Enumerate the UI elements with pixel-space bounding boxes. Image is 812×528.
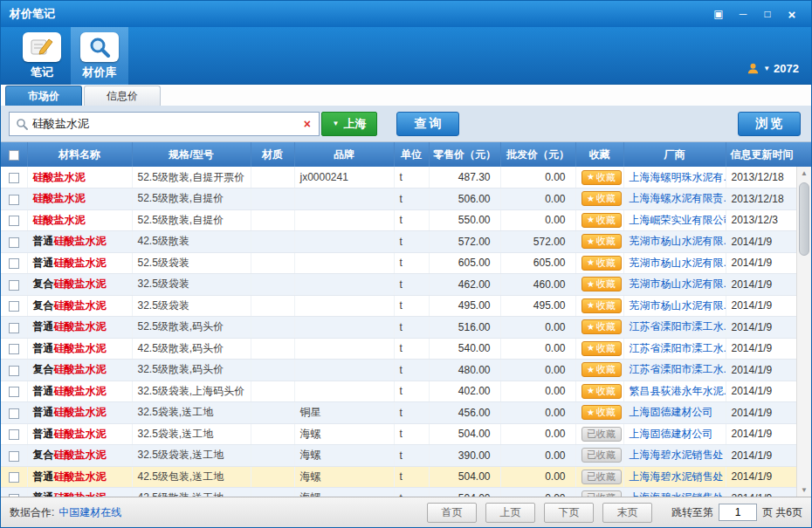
close-icon[interactable]: × xyxy=(781,6,802,22)
notes-nav-button[interactable]: 笔记 xyxy=(13,27,71,85)
city-dropdown[interactable]: ▼ 上海 xyxy=(321,112,377,136)
vendor-link[interactable]: 芜湖市杨山水泥有限... xyxy=(623,295,726,317)
vendor-link[interactable]: 上海固德建材公司 xyxy=(623,423,726,445)
user-id: 2072 xyxy=(774,62,799,75)
favorited-badge[interactable]: 已收藏 xyxy=(581,427,622,442)
row-checkbox[interactable] xyxy=(9,323,19,333)
theme-icon[interactable]: ▣ xyxy=(708,6,729,22)
jump-prefix-label: 跳转至第 xyxy=(671,505,713,520)
favorite-button[interactable]: ★收藏 xyxy=(581,170,622,185)
select-all-checkbox[interactable] xyxy=(9,150,19,161)
vendor-link[interactable]: 上海固德建材公司 xyxy=(623,402,726,424)
vendor-link[interactable]: 芜湖市杨山水泥有限... xyxy=(623,274,726,296)
row-checkbox[interactable] xyxy=(9,366,19,376)
row-checkbox[interactable] xyxy=(9,429,19,440)
column-header[interactable]: 信息更新时间 xyxy=(726,142,798,167)
last-page-button[interactable]: 末页 xyxy=(602,503,652,523)
vendor-link[interactable]: 繁昌县荻港永年水泥... xyxy=(623,381,726,402)
minimize-icon[interactable]: ─ xyxy=(733,6,754,22)
column-header[interactable]: 材料名称 xyxy=(27,142,132,167)
scroll-up-icon[interactable]: ▲ xyxy=(797,167,811,180)
vendor-link[interactable]: 芜湖市杨山水泥有限... xyxy=(623,231,726,253)
vendor-link[interactable]: 上海崛荣实业有限公司 xyxy=(623,209,726,231)
favorite-button[interactable]: ★收藏 xyxy=(581,362,622,377)
unit-cell: t xyxy=(394,338,429,360)
favorite-button[interactable]: ★收藏 xyxy=(581,234,622,249)
column-header[interactable]: 品牌 xyxy=(294,142,394,167)
browse-button[interactable]: 浏览 xyxy=(738,112,801,136)
price-library-nav-button[interactable]: 材价库 xyxy=(71,27,128,85)
favorite-button[interactable]: ★收藏 xyxy=(581,256,622,271)
favorited-badge[interactable]: 已收藏 xyxy=(581,490,622,497)
search-input[interactable] xyxy=(32,117,298,130)
favorite-button[interactable]: ★收藏 xyxy=(581,384,622,399)
vendor-link[interactable]: 上海海螺水泥有限责... xyxy=(623,189,726,210)
maximize-icon[interactable]: □ xyxy=(757,6,778,22)
favorite-cell: ★收藏 xyxy=(575,317,623,339)
clear-search-icon[interactable]: × xyxy=(302,117,313,131)
column-header[interactable]: 零售价（元） xyxy=(429,142,500,167)
row-checkbox[interactable] xyxy=(9,173,19,183)
favorite-button[interactable]: ★收藏 xyxy=(581,298,622,313)
tab-info-price[interactable]: 信息价 xyxy=(84,86,161,106)
favorite-button[interactable]: ★收藏 xyxy=(581,341,622,356)
page-number-input[interactable] xyxy=(719,504,757,521)
row-checkbox[interactable] xyxy=(9,451,19,462)
favorite-button[interactable]: ★收藏 xyxy=(581,405,622,420)
spec-cell: 42.5级散装,送工地 xyxy=(132,488,251,497)
column-header[interactable]: 批发价（元） xyxy=(500,142,575,167)
first-page-button[interactable]: 首页 xyxy=(427,503,477,523)
row-checkbox[interactable] xyxy=(9,237,19,248)
favorite-button[interactable]: ★收藏 xyxy=(581,191,622,206)
table-row: 复合硅酸盐水泥32.5级袋装t462.00460.00★收藏芜湖市杨山水泥有限.… xyxy=(1,274,798,296)
wholesale-price-cell: 0.00 xyxy=(500,338,575,360)
column-header[interactable]: 厂商 xyxy=(623,142,726,167)
favorite-button[interactable]: ★收藏 xyxy=(581,213,622,228)
material-name-cell: 复合硅酸盐水泥 xyxy=(27,445,132,467)
next-page-button[interactable]: 下页 xyxy=(544,503,594,523)
row-checkbox[interactable] xyxy=(9,344,19,354)
scroll-thumb[interactable] xyxy=(799,182,809,256)
tab-market-price[interactable]: 市场价 xyxy=(5,86,82,106)
favorited-badge[interactable]: 已收藏 xyxy=(581,470,622,484)
query-button[interactable]: 查询 xyxy=(396,112,459,136)
retail-price-cell: 487.30 xyxy=(429,167,500,189)
vendor-link[interactable]: 江苏省溧阳市溧工水... xyxy=(623,360,726,381)
wholesale-price-cell: 0.00 xyxy=(500,209,575,231)
row-checkbox[interactable] xyxy=(9,494,19,497)
spec-cell: 32.5级袋装,送工地 xyxy=(132,445,251,467)
material-name-cell: 普通硅酸盐水泥 xyxy=(27,317,132,339)
favorited-badge[interactable]: 已收藏 xyxy=(581,448,622,463)
vendor-link[interactable]: 江苏省溧阳市溧工水... xyxy=(623,317,726,339)
vendor-link[interactable]: 江苏省溧阳市溧工水... xyxy=(623,338,726,360)
user-menu[interactable]: ▼ 2072 xyxy=(747,62,799,75)
coop-link[interactable]: 中国建材在线 xyxy=(58,505,121,520)
favorite-button[interactable]: ★收藏 xyxy=(581,319,622,334)
row-checkbox[interactable] xyxy=(9,216,19,226)
favorite-button[interactable]: ★收藏 xyxy=(581,277,622,291)
vendor-link[interactable]: 上海海碧水泥销售处 xyxy=(623,445,726,467)
column-header[interactable]: 收藏 xyxy=(575,142,623,167)
column-header[interactable]: 材质 xyxy=(251,142,294,167)
row-checkbox[interactable] xyxy=(9,195,19,205)
row-checkbox[interactable] xyxy=(9,280,19,291)
column-header[interactable]: 规格/型号 xyxy=(132,142,251,167)
row-checkbox[interactable] xyxy=(9,408,19,419)
city-value: 上海 xyxy=(343,116,366,132)
material-name-cell: 复合硅酸盐水泥 xyxy=(27,274,132,296)
row-checkbox[interactable] xyxy=(9,258,19,269)
vendor-link[interactable]: 上海海碧水泥销售处 xyxy=(623,466,726,488)
vertical-scrollbar[interactable]: ▲ ▼ xyxy=(796,167,811,497)
date-cell: 2014/1/9 xyxy=(726,360,798,381)
row-checkbox[interactable] xyxy=(9,387,19,397)
scroll-down-icon[interactable]: ▼ xyxy=(797,483,811,497)
column-header[interactable]: 单位 xyxy=(394,142,429,167)
prev-page-button[interactable]: 上页 xyxy=(485,503,535,523)
star-icon: ★ xyxy=(587,258,595,267)
row-checkbox[interactable] xyxy=(9,301,19,312)
row-checkbox[interactable] xyxy=(9,472,19,483)
vendor-link[interactable]: 上海海螺明珠水泥有... xyxy=(623,167,726,189)
retail-price-cell: 516.00 xyxy=(429,317,500,339)
vendor-link[interactable]: 芜湖市杨山水泥有限... xyxy=(623,252,726,274)
vendor-link[interactable]: 上海海碧水泥销售处 xyxy=(623,488,726,497)
